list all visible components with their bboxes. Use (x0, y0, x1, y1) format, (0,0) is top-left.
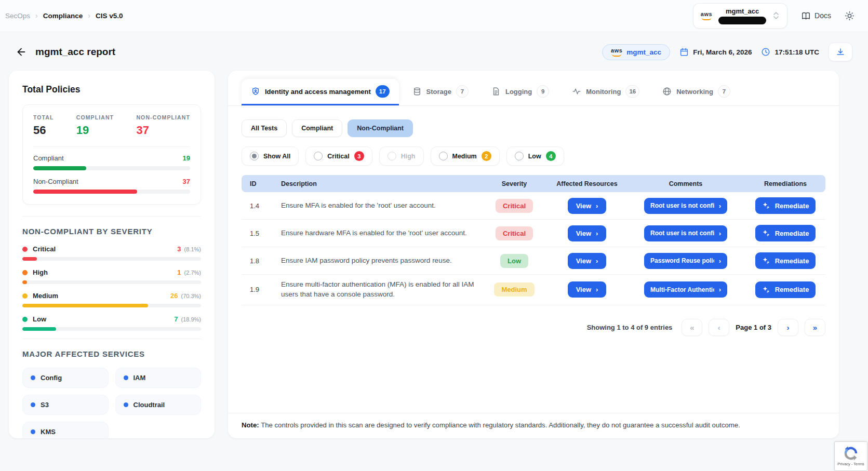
filter-chip[interactable]: Non-Compliant (348, 119, 413, 137)
redacted-account-id (718, 17, 766, 24)
first-page-button[interactable]: « (682, 319, 702, 336)
remediate-button[interactable]: Remediate (755, 197, 816, 214)
pagination: Showing 1 to 4 of 9 entries « ‹ Page 1 o… (242, 319, 825, 336)
download-button[interactable] (829, 43, 852, 61)
comment-button[interactable]: Root user is not configu...› (644, 225, 727, 241)
chevron-right-icon: › (719, 286, 721, 293)
severity-filter-chip[interactable]: Medium 2 (431, 146, 500, 166)
account-chip[interactable]: aws mgmt_acc (602, 44, 670, 60)
shield-icon (251, 87, 260, 96)
docs-link[interactable]: Docs (801, 11, 831, 21)
service-pill[interactable]: S3 (22, 395, 109, 415)
view-resources-button[interactable]: View› (568, 281, 607, 298)
compliant-progressbar (33, 166, 190, 170)
view-resources-button[interactable]: View› (568, 198, 607, 214)
severity-dot-icon (22, 317, 28, 322)
disclaimer-note: Note: The controls provided in this scan… (228, 413, 839, 438)
remediate-button[interactable]: Remediate (755, 252, 816, 269)
table-row: 1.9 Ensure multi-factor authentication (… (242, 275, 825, 305)
database-icon (412, 87, 422, 96)
sun-icon (845, 11, 854, 21)
view-resources-button[interactable]: View› (568, 225, 607, 241)
next-page-button[interactable]: › (778, 319, 798, 336)
stat-compliant: COMPLIANT 19 (76, 114, 114, 137)
tab-monitoring[interactable]: Monitoring 16 (563, 79, 649, 105)
count-badge: 3 (354, 151, 364, 161)
filter-chip[interactable]: All Tests (242, 119, 287, 137)
clock-icon (761, 47, 770, 57)
radio-icon (314, 152, 323, 160)
breadcrumb-compliance[interactable]: Compliance (43, 12, 83, 20)
count-badge: 2 (482, 151, 491, 161)
report-time: 17:51:18 UTC (761, 47, 819, 57)
radio-icon (250, 152, 259, 160)
tab-count-badge: 7 (456, 85, 469, 98)
filter-chip[interactable]: Compliant (292, 119, 342, 137)
theme-toggle[interactable] (845, 11, 854, 21)
page-header: mgmt_acc report aws mgmt_acc Fri, March … (0, 31, 868, 63)
divider (33, 146, 190, 147)
back-button[interactable] (16, 46, 27, 58)
severity-stat: Critical 3 (8.1%) (22, 245, 201, 261)
severity-dot-icon (22, 293, 28, 299)
sparkles-icon (762, 229, 770, 237)
view-resources-button[interactable]: View› (568, 253, 607, 269)
tab-networking[interactable]: Networking 7 (653, 79, 740, 105)
page-title: mgmt_acc report (35, 46, 115, 58)
row-id: 1.9 (242, 286, 273, 293)
comment-button[interactable]: Multi-Factor Authentic...› (644, 281, 727, 298)
pulse-icon (572, 87, 581, 96)
severity-filter-chip[interactable]: High (379, 146, 424, 166)
service-pill[interactable]: IAM (115, 368, 202, 388)
chevron-right-icon: › (596, 202, 598, 210)
breadcrumb: SecOps › Compliance › CIS v5.0 (5, 11, 123, 20)
chevron-right-icon: › (596, 257, 598, 265)
tab-logging[interactable]: Logging 9 (482, 79, 558, 105)
chevron-right-icon: › (35, 11, 38, 20)
sparkles-icon (762, 257, 770, 265)
chevron-right-icon: › (719, 202, 721, 210)
account-name: mgmt_acc (726, 7, 759, 15)
chevron-right-icon: › (596, 230, 598, 237)
recaptcha-badge[interactable]: Privacy - Terms (834, 441, 867, 471)
stat-non-compliant: NON-COMPLIANT 37 (136, 114, 190, 137)
account-selector[interactable]: aws mgmt_acc (693, 3, 787, 29)
tab-storage[interactable]: Storage 7 (403, 79, 478, 105)
severity-stat: High 1 (2.7%) (22, 268, 201, 284)
breadcrumb-secops[interactable]: SecOps (5, 12, 30, 20)
account-chip-label: mgmt_acc (626, 48, 661, 56)
remediate-button[interactable]: Remediate (755, 281, 816, 298)
service-dot-icon (31, 402, 35, 407)
table-header: ID Description Severity Affected Resourc… (242, 175, 825, 192)
row-id: 1.4 (242, 202, 273, 210)
tab-count-badge: 7 (718, 85, 730, 98)
row-description: Ensure multi-factor authentication (MFA)… (273, 280, 480, 300)
service-dot-icon (124, 375, 128, 380)
severity-progressbar (22, 327, 201, 331)
tab-identity-and-access-management[interactable]: Identity and access management 17 (242, 79, 399, 105)
non-compliant-bar-row: Non-Compliant 37 (33, 178, 190, 185)
recaptcha-terms-link[interactable]: Privacy - Terms (837, 462, 864, 466)
prev-page-button[interactable]: ‹ (709, 319, 729, 336)
breadcrumb-cis[interactable]: CIS v5.0 (96, 12, 123, 20)
total-policies-title: Total Policies (22, 84, 201, 95)
last-page-button[interactable]: » (805, 319, 825, 336)
tab-count-badge: 16 (625, 85, 639, 98)
comment-button[interactable]: Root user is not configu...› (644, 198, 727, 214)
row-id: 1.5 (242, 230, 273, 237)
severity-filter-chip[interactable]: Low 4 (506, 146, 564, 166)
severity-progressbar (22, 257, 201, 261)
tab-count-badge: 17 (376, 85, 390, 98)
service-pill[interactable]: KMS (22, 422, 109, 438)
severity-filter-chip[interactable]: Show All (242, 146, 299, 166)
non-compliant-progressbar (33, 190, 190, 194)
comment-button[interactable]: Password Reuse policy i...› (644, 253, 727, 269)
pagination-summary: Showing 1 to 4 of 9 entries (587, 324, 673, 331)
service-pill[interactable]: Cloudtrail (115, 395, 202, 415)
service-pill[interactable]: Config (22, 368, 109, 388)
row-id: 1.8 (242, 257, 273, 265)
remediate-button[interactable]: Remediate (755, 225, 816, 241)
compliant-bar-row: Compliant 19 (33, 154, 190, 162)
radio-icon (439, 152, 448, 160)
severity-filter-chip[interactable]: Critical 3 (305, 146, 372, 166)
